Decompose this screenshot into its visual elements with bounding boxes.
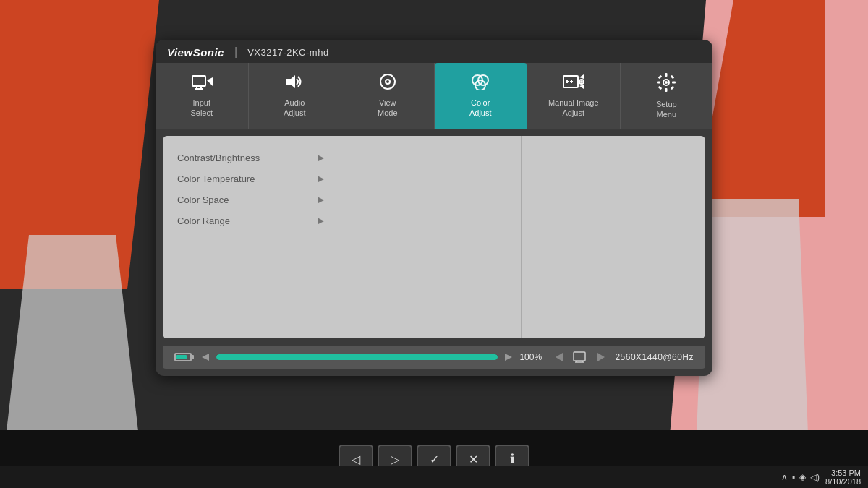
taskbar-system-icons: ∧ ▪ ◈ ◁) bbox=[781, 472, 820, 482]
separator-chevron-left bbox=[554, 352, 564, 362]
taskbar-time-display: 3:53 PM bbox=[825, 468, 861, 477]
view-mode-icon bbox=[378, 73, 398, 93]
menu-item-color-range-label: Color Range bbox=[177, 215, 230, 226]
svg-marker-37 bbox=[597, 353, 605, 361]
menu-item-color-temp-label: Color Temperature bbox=[177, 174, 255, 184]
svg-marker-31 bbox=[505, 354, 512, 361]
nav-setup-menu-label: Setup Menu bbox=[656, 99, 677, 120]
nav-view-mode-label: View Mode bbox=[378, 98, 398, 119]
progress-bar-fill bbox=[216, 354, 498, 360]
svg-rect-25 bbox=[672, 82, 676, 84]
svg-rect-22 bbox=[665, 73, 668, 77]
osd-menu: ViewSonic | VX3217-2KC-mhd Input Select bbox=[156, 40, 712, 376]
menu-item-contrast-label: Contrast/Brightness bbox=[177, 153, 260, 163]
taskbar: ∧ ▪ ◈ ◁) 3:53 PM 8/10/2018 bbox=[0, 466, 868, 488]
osd-navigation: Input Select Audio Adjust bbox=[156, 63, 712, 129]
svg-rect-27 bbox=[671, 75, 675, 80]
separator-chevron-right bbox=[596, 352, 606, 362]
menu-item-color-temp-arrow: ▶ bbox=[318, 174, 324, 184]
taskbar-volume-icon: ◁) bbox=[810, 472, 820, 482]
nav-audio-adjust[interactable]: Audio Adjust bbox=[249, 63, 342, 129]
menu-item-color-space-label: Color Space bbox=[177, 194, 229, 205]
nav-view-mode[interactable]: View Mode bbox=[341, 63, 435, 129]
taskbar-battery-icon: ▪ bbox=[792, 472, 795, 482]
nav-info-icon: ℹ bbox=[510, 451, 515, 467]
content-panel-middle bbox=[336, 136, 522, 338]
nav-input-select[interactable]: Input Select bbox=[156, 63, 249, 129]
menu-list: Contrast/Brightness ▶ Color Temperature … bbox=[163, 136, 336, 338]
resolution-text: 2560X1440@60Hz bbox=[615, 352, 694, 362]
brand-separator: | bbox=[234, 46, 237, 59]
model-name: VX3217-2KC-mhd bbox=[247, 47, 329, 58]
taskbar-chevron-icon: ∧ bbox=[781, 472, 788, 482]
svg-marker-4 bbox=[207, 77, 213, 86]
taskbar-date-display: 8/10/2018 bbox=[825, 477, 861, 486]
progress-bar-bg bbox=[216, 354, 498, 360]
svg-rect-33 bbox=[574, 352, 585, 361]
osd-statusbar: 100% 2560X1440@60Hz bbox=[163, 346, 705, 369]
nav-manual-image[interactable]: Manual Image Adjust bbox=[527, 63, 621, 129]
nav-manual-image-label: Manual Image Adjust bbox=[548, 98, 599, 119]
menu-item-color-space-arrow: ▶ bbox=[318, 194, 324, 205]
battery-indicator bbox=[174, 353, 192, 361]
battery-icon bbox=[174, 353, 192, 361]
menu-item-color-space[interactable]: Color Space ▶ bbox=[163, 189, 336, 210]
svg-rect-0 bbox=[192, 76, 205, 86]
taskbar-wifi-icon: ◈ bbox=[799, 472, 806, 482]
menu-item-contrast-arrow: ▶ bbox=[318, 153, 324, 163]
nav-audio-adjust-label: Audio Adjust bbox=[284, 98, 306, 119]
chevron-right-icon bbox=[503, 352, 514, 362]
battery-fill bbox=[176, 355, 187, 359]
nav-color-adjust[interactable]: Color Adjust bbox=[435, 63, 528, 129]
input-select-icon bbox=[191, 73, 213, 93]
menu-item-color-range[interactable]: Color Range ▶ bbox=[163, 210, 336, 231]
color-adjust-icon bbox=[470, 73, 490, 93]
menu-item-color-range-arrow: ▶ bbox=[318, 215, 324, 226]
nav-back-icon: ◁ bbox=[352, 453, 360, 466]
svg-rect-26 bbox=[658, 75, 663, 80]
svg-marker-32 bbox=[556, 353, 563, 361]
progress-percent: 100% bbox=[519, 352, 545, 362]
osd-header: ViewSonic | VX3217-2KC-mhd bbox=[156, 40, 712, 63]
nav-exit-icon: ✕ bbox=[469, 453, 478, 466]
taskbar-datetime: 3:53 PM 8/10/2018 bbox=[825, 468, 861, 486]
resolution-icon bbox=[573, 351, 587, 363]
svg-point-8 bbox=[386, 80, 389, 83]
manual-image-icon bbox=[562, 73, 585, 93]
menu-item-color-temp[interactable]: Color Temperature ▶ bbox=[163, 168, 336, 189]
svg-rect-28 bbox=[658, 86, 663, 90]
svg-rect-23 bbox=[665, 88, 668, 92]
chevron-left-icon bbox=[200, 352, 210, 362]
svg-rect-24 bbox=[657, 82, 660, 84]
content-panel-right bbox=[522, 136, 706, 338]
svg-marker-30 bbox=[202, 354, 209, 361]
svg-marker-5 bbox=[286, 75, 295, 88]
svg-rect-29 bbox=[671, 86, 675, 90]
nav-forward-icon: ▷ bbox=[391, 453, 399, 466]
audio-adjust-icon bbox=[284, 73, 305, 93]
svg-point-21 bbox=[665, 81, 668, 84]
progress-section: 100% bbox=[200, 352, 545, 362]
brand-name: ViewSonic bbox=[167, 46, 224, 59]
nav-setup-menu[interactable]: Setup Menu bbox=[621, 63, 713, 129]
osd-content-area: Contrast/Brightness ▶ Color Temperature … bbox=[163, 136, 705, 338]
nav-input-select-label: Input Select bbox=[190, 98, 213, 119]
nav-color-adjust-label: Color Adjust bbox=[469, 98, 492, 119]
nav-confirm-icon: ✓ bbox=[430, 453, 439, 466]
setup-menu-icon bbox=[657, 73, 676, 95]
menu-item-contrast[interactable]: Contrast/Brightness ▶ bbox=[163, 147, 336, 168]
